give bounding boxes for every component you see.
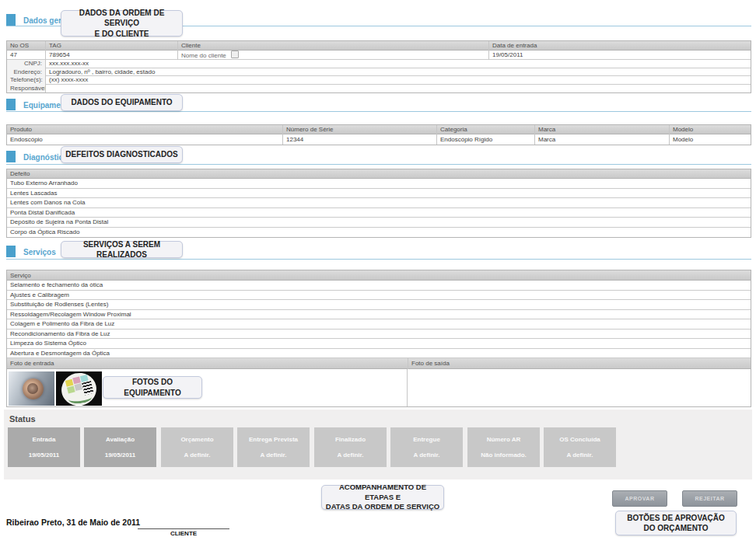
client-table-header: No OS TAG Cliente Data de entrada [7, 41, 751, 51]
annotation-line: DATAS DA ORDEM DE SERVIÇO [325, 502, 440, 512]
col-marca: Marca [534, 125, 669, 134]
defect-text: Ponta Distal Danificada [7, 208, 751, 218]
defect-row: Ponta Distal Danificada [7, 208, 751, 218]
status-step-finalizado: Finalizado A definir. [314, 427, 387, 467]
status-step-label: Orçamento [161, 436, 233, 443]
service-text: Recondicionamento da Fibra de Luz [7, 330, 751, 340]
annotation-dados-ordem: DADOS DA ORDEM DE SERVIÇO E DO CLIENTE [61, 10, 183, 37]
status-step-value: A definir. [161, 452, 233, 459]
status-step-value: 19/05/2011 [8, 452, 80, 459]
section-bullet-icon [6, 99, 16, 110]
col-data-entrada: Data de entrada [488, 41, 751, 51]
cell-data-entrada: 19/05/2011 [488, 51, 751, 60]
status-step-label: Finalizado [314, 436, 387, 443]
signature-label: CLIENTE [138, 530, 229, 537]
status-panel: Status Entrada 19/05/2011 Avaliação 19/0… [4, 410, 752, 479]
color-chart-photo[interactable] [56, 371, 102, 406]
annotation-line: FOTOS DO EQUIPAMENTO [107, 377, 198, 398]
service-text: Colagem e Polimento da Fibra de Luz [7, 319, 751, 330]
cell-numero-serie: 12344 [282, 134, 436, 145]
defect-row: Tubo Externo Arranhado [7, 179, 751, 189]
col-categoria: Categoria [436, 125, 534, 134]
status-step-entrega-prevista: Entrega Prevista A definir. [237, 427, 310, 467]
status-step-label: Número AR [467, 436, 540, 443]
annotation-line: SERVIÇOS A SEREM REALIZADOS [65, 239, 179, 260]
detail-label: Endereço: [7, 68, 45, 77]
cell-tag: 789654 [45, 51, 177, 60]
status-step-avaliacao: Avaliação 19/05/2011 [84, 427, 156, 467]
service-text: Selamento e fechamento da ótica [7, 281, 751, 291]
annotation-line: ACOMPANHAMENTO DE ETAPAS E [325, 483, 440, 503]
service-row: Ajustes e Calibragem [7, 291, 751, 301]
equipment-table-header: Produto Número de Série Categoria Marca … [7, 125, 751, 134]
annotation-line: DADOS DA ORDEM DE SERVIÇO [65, 8, 179, 29]
service-text: Ressoldagem/Recolagem Window Proximal [7, 310, 751, 320]
status-step-value: A definir. [544, 452, 616, 459]
status-step-orcamento: Orçamento A definir. [161, 427, 233, 467]
service-row: Substituição de Rodlenses (Lentes) [7, 300, 751, 310]
service-row: Colagem e Polimento da Fibra de Luz [7, 319, 751, 330]
detail-row-endereco: Endereço: Logradouro, nº , bairro, cidad… [7, 68, 751, 77]
annotation-dados-equipamento: DADOS DO EQUIPAMENTO [61, 94, 183, 111]
cell-no-os: 47 [7, 51, 45, 60]
client-table-row: 47 789654 Nome do cliente 19/05/2011 [7, 51, 751, 60]
col-produto: Produto [7, 125, 282, 134]
reject-button[interactable]: REJEITAR [682, 490, 737, 507]
annotation-servicos: SERVIÇOS A SEREM REALIZADOS [61, 241, 183, 258]
status-step-label: Entrada [8, 436, 80, 443]
defect-row: Lentes Lascadas [7, 189, 751, 199]
section-divider [6, 111, 751, 112]
detail-label: Telefone(s): [7, 76, 45, 85]
status-step-value: Não informado. [467, 452, 540, 459]
detail-value: (xx) xxxx-xxxx [45, 76, 751, 85]
col-cliente: Cliente [177, 41, 488, 51]
cliente-checkbox[interactable] [231, 51, 239, 58]
annotation-defeitos: DEFEITOS DIAGNOSTICADOS [61, 146, 183, 163]
defect-row: Depósito de Sujeira na Ponta Distal [7, 218, 751, 228]
services-table-header: Serviço [7, 270, 751, 281]
section-header-diagnostico: Diagnóstico [6, 151, 68, 162]
defect-text: Lentes com Danos na Cola [7, 198, 751, 208]
status-step-label: Entregue [390, 436, 463, 443]
defect-text: Tubo Externo Arranhado [7, 179, 751, 189]
section-divider [6, 164, 751, 165]
status-step-value: A definir. [390, 452, 463, 459]
status-step-numero-ar: Número AR Não informado. [467, 427, 540, 467]
client-table: No OS TAG Cliente Data de entrada 47 789… [6, 40, 751, 93]
entry-photos-cell [7, 369, 408, 406]
service-text: Abertura e Desmontagem da Óptica [7, 349, 751, 359]
detail-row-responsavel: Responsável: [7, 85, 751, 93]
cell-cliente: Nome do cliente [177, 51, 488, 60]
col-foto-entrada: Foto de entrada [7, 358, 408, 369]
defect-row: Corpo da Óptica Riscado [7, 228, 751, 238]
endoscope-tip-photo[interactable] [9, 371, 54, 406]
defect-row: Lentes com Danos na Cola [7, 198, 751, 208]
service-text: Substituição de Rodlenses (Lentes) [7, 300, 751, 310]
annotation-line: DADOS DO EQUIPAMENTO [65, 97, 179, 108]
detail-row-cnpj: CNPJ: xxx.xxx.xxx-xx [7, 60, 751, 68]
service-row: Recondicionamento da Fibra de Luz [7, 330, 751, 340]
city-date-line: Ribeirao Preto, 31 de Maio de 2011 [6, 518, 140, 527]
col-modelo: Modelo [669, 125, 751, 134]
section-title: Serviços [23, 248, 56, 257]
cell-categoria: Endoscópio Rígido [436, 134, 534, 145]
defect-text: Corpo da Óptica Riscado [7, 228, 751, 238]
detail-label: CNPJ: [7, 60, 45, 68]
color-chart-disc-graphic [58, 371, 100, 406]
service-row: Abertura e Desmontagem da Óptica [7, 349, 751, 359]
detail-value [45, 85, 751, 93]
cell-marca: Marca [534, 134, 669, 145]
section-bullet-icon [6, 246, 16, 257]
annotation-fotos: FOTOS DO EQUIPAMENTO [103, 376, 202, 399]
status-step-value: 19/05/2011 [84, 452, 156, 459]
annotation-line: DEFEITOS DIAGNOSTICADOS [65, 149, 179, 160]
service-row: Selamento e fechamento da ótica [7, 281, 751, 291]
signature-line [138, 519, 229, 529]
defects-table: Defeito Tubo Externo Arranhado Lentes La… [6, 169, 751, 238]
defects-table-header: Defeito [7, 169, 751, 179]
approve-button[interactable]: APROVAR [612, 490, 667, 507]
defect-text: Depósito de Sujeira na Ponta Distal [7, 218, 751, 228]
chart-text-arc [68, 392, 92, 404]
col-no-os: No OS [7, 41, 45, 51]
annotation-line: BOTÕES DE APROVAÇÃO [619, 513, 733, 524]
